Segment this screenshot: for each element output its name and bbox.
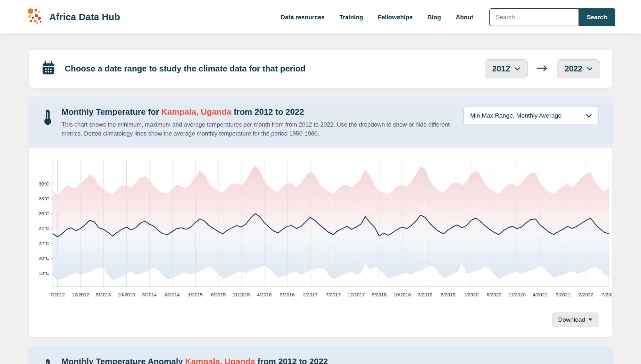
svg-text:1/2020: 1/2020	[464, 292, 479, 297]
svg-text:2/2022: 2/2022	[579, 292, 593, 297]
main-nav: Data resources Training Fellowships Blog…	[281, 14, 473, 21]
temperature-chart-description: This chart shows the minimum, maximum an…	[62, 120, 451, 138]
chevron-down-icon	[586, 114, 592, 118]
main-content: Choose a date range to study the climate…	[29, 50, 612, 364]
svg-text:2/2017: 2/2017	[303, 292, 318, 297]
svg-text:9/2021: 9/2021	[556, 292, 570, 297]
date-range-card: Choose a date range to study the climate…	[29, 50, 612, 88]
search-button[interactable]: Search	[579, 8, 615, 26]
svg-text:18°C: 18°C	[38, 270, 49, 276]
svg-text:8/2019: 8/2019	[441, 292, 455, 297]
svg-text:12/2012: 12/2012	[72, 292, 89, 297]
svg-text:3/2014: 3/2014	[142, 292, 157, 297]
svg-text:9/2016: 9/2016	[280, 292, 295, 297]
brand-link[interactable]: Africa Data Hub	[26, 7, 120, 27]
arrow-right-icon	[537, 65, 548, 73]
calendar-icon	[41, 61, 56, 77]
africa-data-hub-logo	[26, 7, 44, 27]
anomaly-chart-title: Monthly Temperature Anomaly Kampala, Uga…	[62, 357, 451, 364]
chevron-down-icon	[587, 67, 593, 71]
end-year-value: 2022	[564, 64, 582, 73]
temperature-chart-title: Monthly Temperature for Kampala, Uganda …	[62, 107, 451, 117]
svg-text:4/2016: 4/2016	[257, 292, 272, 297]
nav-fellowships[interactable]: Fellowships	[378, 14, 413, 21]
svg-text:26°C: 26°C	[38, 211, 49, 216]
search-box: Search	[489, 8, 615, 26]
temperature-chart-card: Monthly Temperature for Kampala, Uganda …	[29, 97, 612, 337]
svg-text:8/2014: 8/2014	[165, 292, 180, 297]
metric-dropdown-value: Min Max Range, Monthly Average	[470, 112, 562, 119]
svg-text:12/2017: 12/2017	[347, 292, 365, 297]
temperature-card-footer: Download	[29, 307, 612, 337]
anomaly-chart-card: Monthly Temperature Anomaly Kampala, Uga…	[29, 346, 612, 364]
svg-text:7/2012: 7/2012	[50, 292, 65, 297]
location-highlight: Kampala, Uganda	[162, 107, 231, 117]
site-header: Africa Data Hub Data resources Training …	[0, 0, 641, 34]
chevron-down-icon	[514, 67, 520, 71]
svg-text:3/2019: 3/2019	[418, 292, 433, 297]
chart-area: 7/201212/20125/201310/20133/20148/20141/…	[29, 148, 612, 307]
thermometer-icon	[43, 357, 53, 364]
end-year-dropdown[interactable]: 2022	[557, 59, 600, 78]
svg-text:5/2013: 5/2013	[96, 292, 111, 297]
nav-about[interactable]: About	[456, 14, 473, 21]
metric-dropdown[interactable]: Min Max Range, Monthly Average	[463, 107, 599, 124]
svg-text:22°C: 22°C	[38, 240, 49, 246]
nav-training[interactable]: Training	[339, 14, 363, 21]
svg-text:10/2018: 10/2018	[394, 292, 411, 297]
svg-text:30°C: 30°C	[38, 181, 49, 186]
location-highlight: Kampala, Uganda	[185, 357, 255, 364]
anomaly-card-header: Monthly Temperature Anomaly Kampala, Uga…	[29, 346, 612, 364]
brand-name: Africa Data Hub	[49, 12, 120, 22]
nav-blog[interactable]: Blog	[428, 14, 441, 21]
svg-text:11/2020: 11/2020	[509, 292, 526, 297]
svg-text:11/2015: 11/2015	[233, 292, 250, 297]
thermometer-icon	[43, 108, 53, 128]
temperature-card-header: Monthly Temperature for Kampala, Uganda …	[29, 97, 612, 148]
start-year-dropdown[interactable]: 2012	[485, 59, 528, 78]
svg-text:5/2018: 5/2018	[372, 292, 387, 297]
svg-text:6/2020: 6/2020	[487, 292, 502, 297]
svg-text:1/2015: 1/2015	[188, 292, 203, 297]
search-input[interactable]	[489, 8, 579, 26]
start-year-value: 2012	[492, 64, 510, 73]
date-range-title: Choose a date range to study the climate…	[65, 64, 305, 74]
date-range-controls: 2012 2022	[485, 59, 600, 78]
svg-text:7/2022: 7/2022	[602, 292, 612, 297]
svg-text:4/2021: 4/2021	[533, 292, 547, 297]
svg-text:28°C: 28°C	[38, 196, 49, 201]
temperature-card-text: Monthly Temperature for Kampala, Uganda …	[62, 107, 451, 138]
anomaly-card-text: Monthly Temperature Anomaly Kampala, Uga…	[62, 357, 451, 364]
svg-text:7/2017: 7/2017	[326, 292, 341, 297]
caret-down-icon	[588, 318, 592, 321]
svg-text:6/2015: 6/2015	[211, 292, 226, 297]
svg-text:20°C: 20°C	[38, 255, 49, 261]
download-button[interactable]: Download	[552, 312, 599, 327]
nav-data-resources[interactable]: Data resources	[281, 14, 325, 21]
svg-text:24°C: 24°C	[38, 226, 49, 231]
svg-text:10/2013: 10/2013	[118, 292, 135, 297]
temperature-chart: 7/201212/20125/201310/20133/20148/20141/…	[29, 156, 612, 307]
